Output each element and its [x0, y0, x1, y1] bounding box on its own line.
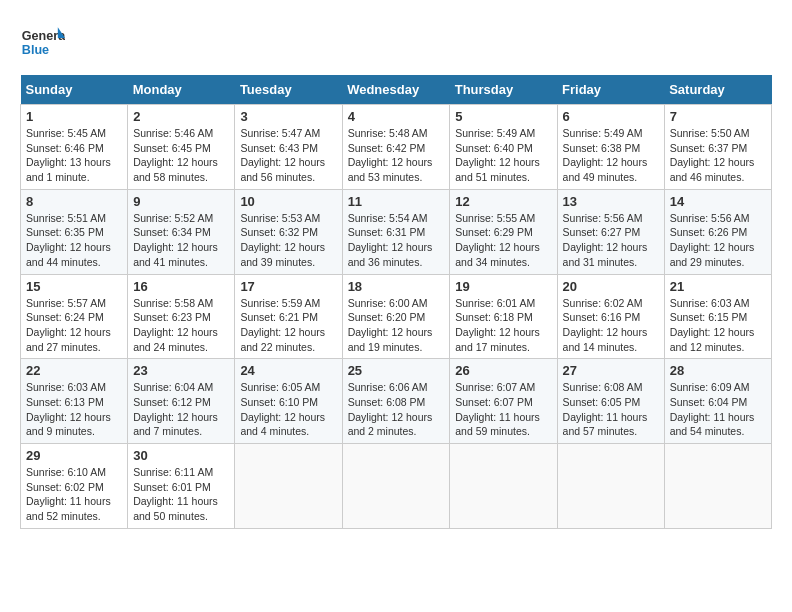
calendar-cell [342, 444, 450, 529]
day-number: 27 [563, 363, 659, 378]
day-number: 17 [240, 279, 336, 294]
day-number: 14 [670, 194, 766, 209]
day-number: 16 [133, 279, 229, 294]
day-number: 10 [240, 194, 336, 209]
weekday-header-sunday: Sunday [21, 75, 128, 105]
day-info: Sunrise: 5:52 AM Sunset: 6:34 PM Dayligh… [133, 211, 229, 270]
calendar-cell: 2Sunrise: 5:46 AM Sunset: 6:45 PM Daylig… [128, 105, 235, 190]
calendar-cell: 18Sunrise: 6:00 AM Sunset: 6:20 PM Dayli… [342, 274, 450, 359]
day-info: Sunrise: 5:49 AM Sunset: 6:38 PM Dayligh… [563, 126, 659, 185]
logo: General Blue [20, 20, 69, 65]
day-number: 9 [133, 194, 229, 209]
day-number: 6 [563, 109, 659, 124]
calendar-cell: 8Sunrise: 5:51 AM Sunset: 6:35 PM Daylig… [21, 189, 128, 274]
day-number: 12 [455, 194, 551, 209]
calendar-cell [664, 444, 771, 529]
day-number: 28 [670, 363, 766, 378]
day-number: 26 [455, 363, 551, 378]
day-info: Sunrise: 5:45 AM Sunset: 6:46 PM Dayligh… [26, 126, 122, 185]
day-number: 11 [348, 194, 445, 209]
day-info: Sunrise: 5:59 AM Sunset: 6:21 PM Dayligh… [240, 296, 336, 355]
day-number: 25 [348, 363, 445, 378]
calendar-cell: 11Sunrise: 5:54 AM Sunset: 6:31 PM Dayli… [342, 189, 450, 274]
calendar-cell: 3Sunrise: 5:47 AM Sunset: 6:43 PM Daylig… [235, 105, 342, 190]
calendar-cell: 24Sunrise: 6:05 AM Sunset: 6:10 PM Dayli… [235, 359, 342, 444]
day-number: 22 [26, 363, 122, 378]
calendar-cell: 7Sunrise: 5:50 AM Sunset: 6:37 PM Daylig… [664, 105, 771, 190]
day-info: Sunrise: 5:49 AM Sunset: 6:40 PM Dayligh… [455, 126, 551, 185]
day-number: 2 [133, 109, 229, 124]
day-number: 5 [455, 109, 551, 124]
day-number: 4 [348, 109, 445, 124]
calendar-cell: 10Sunrise: 5:53 AM Sunset: 6:32 PM Dayli… [235, 189, 342, 274]
day-number: 18 [348, 279, 445, 294]
day-info: Sunrise: 5:54 AM Sunset: 6:31 PM Dayligh… [348, 211, 445, 270]
calendar-cell [557, 444, 664, 529]
day-info: Sunrise: 6:03 AM Sunset: 6:13 PM Dayligh… [26, 380, 122, 439]
calendar-cell [235, 444, 342, 529]
calendar-cell: 28Sunrise: 6:09 AM Sunset: 6:04 PM Dayli… [664, 359, 771, 444]
page-header: General Blue [20, 20, 772, 65]
day-number: 3 [240, 109, 336, 124]
day-info: Sunrise: 6:07 AM Sunset: 6:07 PM Dayligh… [455, 380, 551, 439]
day-info: Sunrise: 6:09 AM Sunset: 6:04 PM Dayligh… [670, 380, 766, 439]
weekday-header-friday: Friday [557, 75, 664, 105]
day-info: Sunrise: 5:55 AM Sunset: 6:29 PM Dayligh… [455, 211, 551, 270]
weekday-header-saturday: Saturday [664, 75, 771, 105]
day-number: 29 [26, 448, 122, 463]
calendar-cell: 6Sunrise: 5:49 AM Sunset: 6:38 PM Daylig… [557, 105, 664, 190]
day-info: Sunrise: 6:06 AM Sunset: 6:08 PM Dayligh… [348, 380, 445, 439]
calendar-cell: 22Sunrise: 6:03 AM Sunset: 6:13 PM Dayli… [21, 359, 128, 444]
day-info: Sunrise: 6:08 AM Sunset: 6:05 PM Dayligh… [563, 380, 659, 439]
day-info: Sunrise: 6:03 AM Sunset: 6:15 PM Dayligh… [670, 296, 766, 355]
day-info: Sunrise: 6:05 AM Sunset: 6:10 PM Dayligh… [240, 380, 336, 439]
calendar-cell: 25Sunrise: 6:06 AM Sunset: 6:08 PM Dayli… [342, 359, 450, 444]
day-info: Sunrise: 5:50 AM Sunset: 6:37 PM Dayligh… [670, 126, 766, 185]
calendar-cell: 19Sunrise: 6:01 AM Sunset: 6:18 PM Dayli… [450, 274, 557, 359]
weekday-header-thursday: Thursday [450, 75, 557, 105]
weekday-header-tuesday: Tuesday [235, 75, 342, 105]
calendar-cell: 15Sunrise: 5:57 AM Sunset: 6:24 PM Dayli… [21, 274, 128, 359]
calendar-cell: 4Sunrise: 5:48 AM Sunset: 6:42 PM Daylig… [342, 105, 450, 190]
calendar-table: SundayMondayTuesdayWednesdayThursdayFrid… [20, 75, 772, 529]
weekday-header-monday: Monday [128, 75, 235, 105]
day-info: Sunrise: 6:00 AM Sunset: 6:20 PM Dayligh… [348, 296, 445, 355]
day-number: 30 [133, 448, 229, 463]
calendar-cell: 5Sunrise: 5:49 AM Sunset: 6:40 PM Daylig… [450, 105, 557, 190]
day-info: Sunrise: 6:10 AM Sunset: 6:02 PM Dayligh… [26, 465, 122, 524]
calendar-cell: 26Sunrise: 6:07 AM Sunset: 6:07 PM Dayli… [450, 359, 557, 444]
day-number: 20 [563, 279, 659, 294]
calendar-cell: 21Sunrise: 6:03 AM Sunset: 6:15 PM Dayli… [664, 274, 771, 359]
day-number: 1 [26, 109, 122, 124]
day-number: 7 [670, 109, 766, 124]
calendar-cell: 13Sunrise: 5:56 AM Sunset: 6:27 PM Dayli… [557, 189, 664, 274]
svg-text:Blue: Blue [22, 43, 49, 57]
day-info: Sunrise: 5:58 AM Sunset: 6:23 PM Dayligh… [133, 296, 229, 355]
calendar-cell: 20Sunrise: 6:02 AM Sunset: 6:16 PM Dayli… [557, 274, 664, 359]
calendar-cell: 30Sunrise: 6:11 AM Sunset: 6:01 PM Dayli… [128, 444, 235, 529]
day-info: Sunrise: 6:04 AM Sunset: 6:12 PM Dayligh… [133, 380, 229, 439]
day-number: 8 [26, 194, 122, 209]
day-info: Sunrise: 5:48 AM Sunset: 6:42 PM Dayligh… [348, 126, 445, 185]
day-number: 13 [563, 194, 659, 209]
day-number: 15 [26, 279, 122, 294]
calendar-cell: 16Sunrise: 5:58 AM Sunset: 6:23 PM Dayli… [128, 274, 235, 359]
day-info: Sunrise: 6:02 AM Sunset: 6:16 PM Dayligh… [563, 296, 659, 355]
calendar-cell: 27Sunrise: 6:08 AM Sunset: 6:05 PM Dayli… [557, 359, 664, 444]
weekday-header-wednesday: Wednesday [342, 75, 450, 105]
day-info: Sunrise: 5:53 AM Sunset: 6:32 PM Dayligh… [240, 211, 336, 270]
calendar-cell: 23Sunrise: 6:04 AM Sunset: 6:12 PM Dayli… [128, 359, 235, 444]
calendar-cell: 17Sunrise: 5:59 AM Sunset: 6:21 PM Dayli… [235, 274, 342, 359]
day-number: 21 [670, 279, 766, 294]
day-number: 23 [133, 363, 229, 378]
day-info: Sunrise: 5:56 AM Sunset: 6:26 PM Dayligh… [670, 211, 766, 270]
day-number: 24 [240, 363, 336, 378]
day-info: Sunrise: 6:01 AM Sunset: 6:18 PM Dayligh… [455, 296, 551, 355]
day-info: Sunrise: 5:47 AM Sunset: 6:43 PM Dayligh… [240, 126, 336, 185]
day-info: Sunrise: 5:46 AM Sunset: 6:45 PM Dayligh… [133, 126, 229, 185]
calendar-cell: 1Sunrise: 5:45 AM Sunset: 6:46 PM Daylig… [21, 105, 128, 190]
day-info: Sunrise: 5:57 AM Sunset: 6:24 PM Dayligh… [26, 296, 122, 355]
day-number: 19 [455, 279, 551, 294]
day-info: Sunrise: 5:51 AM Sunset: 6:35 PM Dayligh… [26, 211, 122, 270]
calendar-cell: 29Sunrise: 6:10 AM Sunset: 6:02 PM Dayli… [21, 444, 128, 529]
